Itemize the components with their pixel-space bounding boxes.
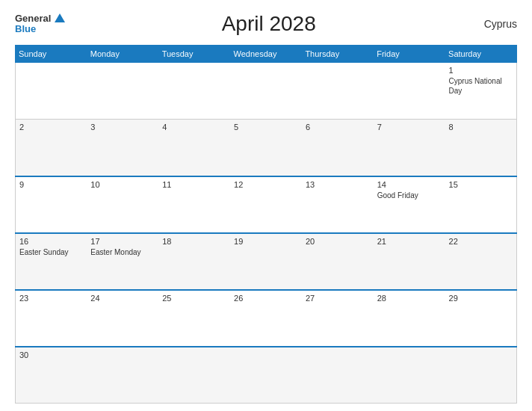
- day-number: 2: [19, 123, 83, 132]
- day-event: Easter Sunday: [19, 247, 83, 257]
- calendar-cell: 7: [374, 120, 445, 176]
- calendar-cell: 19: [230, 233, 302, 290]
- calendar-cell: 28: [374, 290, 445, 347]
- calendar-cell: 15: [445, 176, 517, 233]
- day-number: 18: [162, 237, 226, 246]
- day-number: 16: [19, 237, 83, 246]
- logo-blue-text: Blue: [15, 24, 36, 34]
- calendar-cell: 24: [87, 290, 158, 347]
- country-label: Cyprus: [472, 18, 517, 30]
- header-wednesday: Wednesday: [230, 46, 302, 63]
- calendar-week-row: 30: [16, 347, 517, 404]
- day-number: 9: [19, 180, 83, 189]
- calendar-week-row: 91011121314Good Friday15: [16, 176, 517, 233]
- day-number: 12: [234, 180, 298, 189]
- calendar-cell: 9: [16, 176, 87, 233]
- header-thursday: Thursday: [302, 46, 374, 63]
- calendar-cell: 14Good Friday: [374, 176, 445, 233]
- calendar-cell: 18: [158, 233, 230, 290]
- day-number: 1: [449, 66, 513, 75]
- calendar-cell: 11: [158, 176, 230, 233]
- calendar-week-row: 1Cyprus National Day: [16, 63, 517, 120]
- days-header-row: Sunday Monday Tuesday Wednesday Thursday…: [16, 46, 517, 63]
- calendar-cell: 26: [230, 290, 302, 347]
- calendar-table: Sunday Monday Tuesday Wednesday Thursday…: [15, 45, 517, 404]
- calendar-cell: 17Easter Monday: [87, 233, 158, 290]
- calendar-cell: [230, 347, 302, 404]
- calendar-cell: 4: [158, 120, 230, 176]
- calendar-cell: 29: [445, 290, 517, 347]
- logo-general-text: General: [15, 13, 51, 24]
- calendar-cell: 10: [87, 176, 158, 233]
- day-number: 30: [19, 350, 83, 359]
- day-number: 11: [162, 180, 226, 189]
- calendar-cell: [374, 347, 445, 404]
- calendar-cell: 27: [302, 290, 374, 347]
- calendar-cell: 12: [230, 176, 302, 233]
- calendar-cell: 21: [374, 233, 445, 290]
- logo: General Blue: [15, 13, 65, 35]
- day-number: 22: [449, 237, 513, 246]
- calendar-cell: 16Easter Sunday: [16, 233, 87, 290]
- day-number: 15: [449, 180, 513, 189]
- calendar-cell: [158, 347, 230, 404]
- header-saturday: Saturday: [445, 46, 517, 63]
- day-event: Cyprus National Day: [449, 76, 513, 96]
- calendar-cell: [16, 63, 87, 120]
- calendar-cell: [302, 347, 374, 404]
- calendar-cell: [445, 347, 517, 404]
- day-number: 26: [234, 294, 298, 303]
- header-tuesday: Tuesday: [158, 46, 230, 63]
- day-event: Easter Monday: [90, 247, 155, 257]
- calendar-cell: 3: [87, 120, 158, 176]
- day-number: 25: [162, 294, 226, 303]
- calendar-cell: 30: [16, 347, 87, 404]
- header-sunday: Sunday: [16, 46, 87, 63]
- day-number: 20: [306, 237, 370, 246]
- calendar-cell: [158, 63, 230, 120]
- calendar-cell: 1Cyprus National Day: [445, 63, 517, 120]
- calendar-cell: 23: [16, 290, 87, 347]
- day-number: 8: [449, 123, 513, 132]
- calendar-cell: [230, 63, 302, 120]
- calendar-cell: 8: [445, 120, 517, 176]
- calendar-week-row: 23242526272829: [16, 290, 517, 347]
- calendar-cell: [87, 63, 158, 120]
- logo-triangle-icon: [55, 13, 65, 22]
- calendar-week-row: 2345678: [16, 120, 517, 176]
- calendar-week-row: 16Easter Sunday17Easter Monday1819202122: [16, 233, 517, 290]
- day-number: 17: [90, 237, 155, 246]
- header: General Blue April 2028 Cyprus: [15, 12, 517, 36]
- day-number: 23: [19, 294, 83, 303]
- day-number: 6: [306, 123, 370, 132]
- day-event: Good Friday: [377, 191, 442, 200]
- day-number: 5: [234, 123, 298, 132]
- day-number: 13: [306, 180, 370, 189]
- header-friday: Friday: [374, 46, 445, 63]
- day-number: 10: [90, 180, 155, 189]
- calendar-cell: [87, 347, 158, 404]
- day-number: 19: [234, 237, 298, 246]
- calendar-cell: 6: [302, 120, 374, 176]
- day-number: 14: [377, 180, 442, 189]
- header-monday: Monday: [87, 46, 158, 63]
- calendar-cell: 13: [302, 176, 374, 233]
- calendar-cell: 5: [230, 120, 302, 176]
- day-number: 24: [90, 294, 155, 303]
- day-number: 28: [377, 294, 442, 303]
- calendar-cell: [374, 63, 445, 120]
- day-number: 21: [377, 237, 442, 246]
- day-number: 3: [90, 123, 155, 132]
- day-number: 4: [162, 123, 226, 132]
- calendar-cell: 20: [302, 233, 374, 290]
- calendar-cell: [302, 63, 374, 120]
- day-number: 7: [377, 123, 442, 132]
- calendar-cell: 2: [16, 120, 87, 176]
- calendar-title: April 2028: [65, 12, 472, 36]
- calendar-cell: 25: [158, 290, 230, 347]
- day-number: 29: [449, 294, 513, 303]
- day-number: 27: [306, 294, 370, 303]
- calendar-cell: 22: [445, 233, 517, 290]
- page: General Blue April 2028 Cyprus Sunday Mo…: [0, 0, 532, 411]
